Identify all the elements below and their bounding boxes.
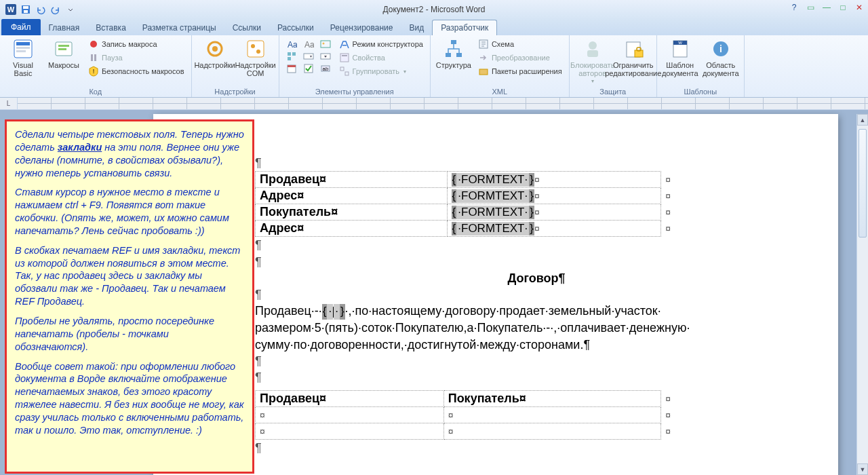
help-icon[interactable]: ? xyxy=(788,2,800,13)
vertical-scrollbar[interactable]: ▲ ▼ xyxy=(856,114,868,475)
table-row[interactable]: ¤¤¤ xyxy=(256,423,675,439)
pause-button: Пауза xyxy=(85,52,187,64)
svg-rect-8 xyxy=(16,50,26,52)
sig-right-label: Покупатель¤ xyxy=(448,392,526,405)
macro-security-label: Безопасность макросов xyxy=(102,67,184,75)
window-title: Документ2 - Microsoft Word xyxy=(0,5,868,14)
form-fields-table: Продавец¤{·FORMTEXT·}¤¤ Адрес¤{·FORMTEXT… xyxy=(255,171,675,237)
table-row[interactable]: Адрес¤{·FORMTEXT·}¤¤ xyxy=(256,221,675,237)
control-datepicker-icon[interactable] xyxy=(283,62,300,75)
expansion-packs-button[interactable]: Пакеты расширения xyxy=(475,65,565,77)
control-picture-icon[interactable] xyxy=(317,38,334,50)
scroll-down-icon[interactable]: ▼ xyxy=(857,463,868,475)
addins-button[interactable]: Надстройки xyxy=(196,37,234,69)
word-icon[interactable]: W xyxy=(4,3,18,16)
svg-point-12 xyxy=(90,41,97,48)
quick-access-toolbar: W xyxy=(0,3,77,16)
svg-rect-11 xyxy=(58,48,66,50)
group-xml: Структура Схема Преобразование Пакеты ра… xyxy=(431,35,570,97)
table-row[interactable]: Адрес¤{·FORMTEXT·}¤¤ xyxy=(256,188,675,204)
title-bar: W Документ2 - Microsoft Word ? ▭ — □ ✕ xyxy=(0,0,868,19)
svg-rect-28 xyxy=(304,54,313,59)
addins-label: Надстройки xyxy=(194,61,235,69)
file-tab[interactable]: Файл xyxy=(1,19,41,35)
group-controls-label: Элементы управления xyxy=(283,88,426,97)
svg-rect-31 xyxy=(288,65,296,67)
scroll-thumb[interactable] xyxy=(859,129,867,238)
structure-button[interactable]: Структура xyxy=(435,37,473,69)
ribbon: Visual Basic Макросы Запись макроса Пауз… xyxy=(0,35,868,98)
svg-rect-44 xyxy=(479,69,488,75)
svg-rect-39 xyxy=(345,72,349,75)
table-row[interactable]: Продавец¤Покупатель¤¤ xyxy=(256,390,675,406)
tab-layout[interactable]: Разметка страницы xyxy=(134,20,224,35)
macros-button[interactable]: Макросы xyxy=(45,37,83,69)
record-macro-button[interactable]: Запись макроса xyxy=(85,38,187,50)
ribbon-tabs: Файл Главная Вставка Разметка страницы С… xyxy=(0,19,868,35)
save-icon[interactable] xyxy=(19,3,33,16)
tab-selector[interactable]: L xyxy=(0,98,18,109)
group-templates-label: Шаблоны xyxy=(661,88,740,97)
close-icon[interactable]: ✕ xyxy=(853,2,865,13)
cell-label: Продавец¤ xyxy=(260,172,326,186)
com-addins-button[interactable]: Надстройки COM xyxy=(237,37,275,77)
structure-label: Структура xyxy=(436,61,471,69)
svg-point-24 xyxy=(322,43,324,45)
minimize-icon[interactable]: — xyxy=(821,2,833,13)
tab-home[interactable]: Главная xyxy=(41,20,88,35)
ruler: L xyxy=(0,98,868,110)
control-richtext-icon[interactable]: Aa xyxy=(283,38,300,50)
macro-security-button[interactable]: !Безопасность макросов xyxy=(85,65,187,77)
svg-rect-18 xyxy=(248,41,264,57)
design-mode-button[interactable]: Режим конструктора xyxy=(336,38,426,50)
document-panel-button[interactable]: i Область документа xyxy=(702,37,740,77)
transform-button: Преобразование xyxy=(475,52,565,64)
horizontal-ruler[interactable] xyxy=(18,98,868,109)
properties-button: Свойства xyxy=(336,52,426,64)
scroll-up-icon[interactable]: ▲ xyxy=(857,114,868,126)
annotation-overlay: Сделали четыре текстовых поля. Теперь ну… xyxy=(5,119,254,474)
table-row[interactable]: Покупатель¤{·FORMTEXT·}¤¤ xyxy=(256,204,675,221)
svg-rect-38 xyxy=(340,67,344,71)
undo-icon[interactable] xyxy=(34,3,47,16)
table-row[interactable]: Продавец¤{·FORMTEXT·}¤¤ xyxy=(256,172,675,188)
group-protect-label: Защита xyxy=(574,88,652,97)
restrict-editing-button[interactable]: Ограничить редактирование xyxy=(614,37,652,77)
control-combobox-icon[interactable] xyxy=(300,50,317,62)
control-checkbox-icon[interactable] xyxy=(300,62,317,75)
svg-text:W: W xyxy=(7,5,15,14)
visual-basic-button[interactable]: Visual Basic xyxy=(4,37,42,77)
table-row[interactable]: ¤¤¤ xyxy=(256,406,675,423)
tab-review[interactable]: Рецензирование xyxy=(322,20,401,35)
svg-rect-13 xyxy=(91,54,93,61)
schema-button[interactable]: Схема xyxy=(475,38,565,50)
svg-rect-41 xyxy=(446,53,451,57)
transform-label: Преобразование xyxy=(492,54,550,62)
control-dropdown-icon[interactable] xyxy=(317,50,334,62)
tab-mailings[interactable]: Рассылки xyxy=(269,20,322,35)
svg-rect-27 xyxy=(288,57,291,60)
tab-insert[interactable]: Вставка xyxy=(87,20,134,35)
control-buildingblock-icon[interactable] xyxy=(283,50,300,62)
svg-rect-3 xyxy=(23,6,28,9)
contract-body[interactable]: Продавец·-·{··}·,·по·настоящему·договору… xyxy=(255,303,818,353)
ribbon-minimize-icon[interactable]: ▭ xyxy=(804,2,816,13)
document-template-button[interactable]: W Шаблон документа xyxy=(661,37,699,77)
control-plaintext-icon[interactable]: Aa xyxy=(300,38,317,50)
qat-dropdown-icon[interactable] xyxy=(64,3,77,16)
svg-point-19 xyxy=(251,44,255,48)
record-macro-label: Запись макроса xyxy=(102,40,157,48)
svg-point-17 xyxy=(212,46,218,52)
group-controls: Aa Aa ab Режим конструктора Свойства xyxy=(279,35,431,97)
maximize-icon[interactable]: □ xyxy=(837,2,849,13)
tab-view[interactable]: Вид xyxy=(401,20,432,35)
control-legacy-icon[interactable]: ab xyxy=(317,62,334,75)
document-panel-label: Область документа xyxy=(702,61,740,77)
redo-icon[interactable] xyxy=(49,3,62,16)
group-addins: Надстройки Надстройки COM Надстройки xyxy=(192,35,279,97)
svg-rect-35 xyxy=(342,45,347,46)
tab-developer[interactable]: Разработчик xyxy=(432,20,497,35)
tab-references[interactable]: Ссылки xyxy=(224,20,269,35)
visual-basic-label: Visual Basic xyxy=(4,61,42,77)
page[interactable]: ¶ Продавец¤{·FORMTEXT·}¤¤ Адрес¤{·FORMTE… xyxy=(153,114,838,475)
